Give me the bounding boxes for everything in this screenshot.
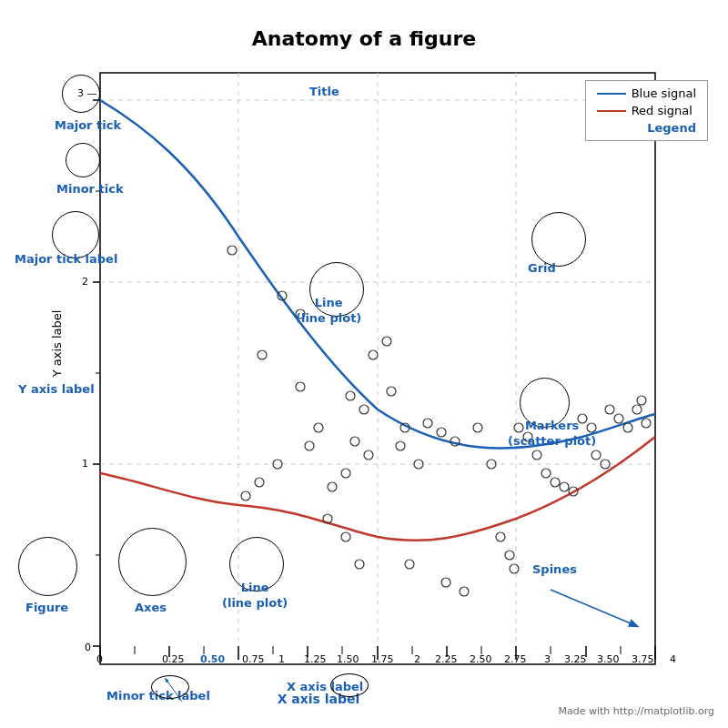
x-tick-1: 1 bbox=[278, 653, 285, 665]
x-tick-025: 0.25 bbox=[162, 653, 185, 665]
x-axis-ticks: 0 0.25 0.50 0.75 1 1.25 1.50 1.75 2 2.25… bbox=[100, 653, 655, 672]
legend-title: Legend bbox=[597, 121, 696, 135]
red-line-label: Line(line plot) bbox=[222, 581, 288, 612]
legend: Blue signal Red signal Legend bbox=[585, 80, 708, 141]
minor-tick-circle bbox=[66, 143, 100, 177]
x-tick-125: 1.25 bbox=[304, 653, 327, 665]
minor-tick-label-circle bbox=[151, 675, 189, 699]
axes-circle bbox=[118, 528, 187, 596]
major-tick-circle bbox=[62, 75, 100, 113]
spines-label: Spines bbox=[532, 562, 577, 576]
y-axis-label-rotated: Y axis label bbox=[50, 310, 64, 378]
legend-red-line bbox=[597, 110, 626, 112]
grid-label: Grid bbox=[528, 261, 556, 275]
minor-tick-annotation-label: Minor tick bbox=[56, 182, 124, 196]
x-tick-350: 3.50 bbox=[597, 653, 620, 665]
markers-label: Markers(scatter plot) bbox=[508, 419, 596, 450]
axes-label: Axes bbox=[135, 601, 167, 614]
x-tick-275: 2.75 bbox=[504, 653, 527, 665]
x-tick-0: 0 bbox=[96, 653, 103, 665]
legend-blue-label: Blue signal bbox=[632, 86, 696, 100]
line-plot-label: Line(line plot) bbox=[296, 296, 361, 327]
grid-circle bbox=[531, 212, 586, 267]
y-tick-1: 1 bbox=[82, 458, 88, 470]
x-tick-3: 3 bbox=[544, 653, 551, 665]
y-tick-0: 0 bbox=[85, 642, 91, 653]
svg-line-84 bbox=[551, 590, 637, 626]
footer: Made with http://matplotlib.org bbox=[559, 705, 715, 717]
figure-label: Figure bbox=[25, 601, 68, 614]
x-tick-4: 4 bbox=[670, 653, 676, 665]
legend-item-blue: Blue signal bbox=[597, 86, 696, 100]
x-tick-250: 2.50 bbox=[470, 653, 492, 665]
x-tick-175: 1.75 bbox=[371, 653, 394, 665]
x-tick-225: 2.25 bbox=[435, 653, 458, 665]
chart-title: Anatomy of a figure bbox=[252, 27, 476, 50]
annotation-title: Title bbox=[309, 85, 339, 98]
spines-arrow-svg bbox=[541, 581, 651, 635]
y-axis-annotation: Y axis label bbox=[18, 382, 95, 396]
minor-tick-label-arrow bbox=[182, 697, 237, 715]
x-tick-075: 0.75 bbox=[242, 653, 265, 665]
x-tick-375: 3.75 bbox=[632, 653, 654, 665]
figure-circle bbox=[18, 537, 77, 596]
x-tick-325: 3.25 bbox=[564, 653, 587, 665]
y-tick-2: 2 bbox=[82, 276, 88, 288]
major-tick-label: Major tick bbox=[55, 118, 121, 132]
x-tick-2: 2 bbox=[414, 653, 420, 665]
figure-container: Anatomy of a figure bbox=[0, 0, 728, 728]
legend-item-red: Red signal bbox=[597, 104, 696, 117]
x-tick-050: 0.50 bbox=[200, 653, 225, 665]
x-axis-label-circle bbox=[330, 673, 369, 697]
legend-red-label: Red signal bbox=[632, 104, 693, 117]
x-tick-150: 1.50 bbox=[337, 653, 359, 665]
legend-blue-line bbox=[597, 93, 626, 95]
major-tick-label-text: Major tick label bbox=[15, 252, 117, 266]
